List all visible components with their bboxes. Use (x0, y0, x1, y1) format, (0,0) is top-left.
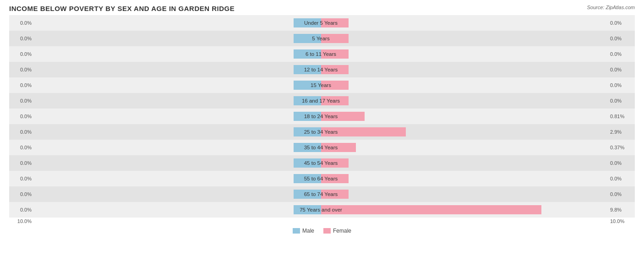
male-bar (294, 65, 321, 74)
legend-female-box (323, 228, 331, 234)
female-bar (321, 205, 541, 214)
axis-left-label: 10.0% (9, 218, 34, 224)
chart-body: 0.0% Under 5 Years 0.0% 0.0% 5 Years 0.0… (9, 15, 635, 218)
left-value: 0.0% (9, 20, 34, 26)
female-bar (321, 49, 349, 59)
center-area: 25 to 34 Years (34, 124, 607, 140)
right-value: 9.8% (607, 207, 635, 212)
male-bar (294, 127, 321, 136)
center-area: 6 to 11 Years (34, 46, 607, 62)
female-bar (321, 143, 356, 152)
chart-row: 0.0% 65 to 74 Years 0.0% (9, 186, 635, 202)
right-value: 0.0% (607, 51, 635, 57)
chart-title: INCOME BELOW POVERTY BY SEX AND AGE IN G… (9, 5, 635, 12)
female-bar (321, 174, 349, 183)
female-bar (321, 190, 349, 199)
right-value: 0.0% (607, 67, 635, 72)
left-value: 0.0% (9, 160, 34, 166)
male-bar (294, 174, 321, 183)
axis-center (34, 218, 607, 224)
left-value: 0.0% (9, 176, 34, 181)
left-value: 0.0% (9, 82, 34, 88)
right-value: 2.9% (607, 129, 635, 135)
chart-row: 0.0% 55 to 64 Years 0.0% (9, 171, 635, 186)
center-area: 45 to 54 Years (34, 155, 607, 171)
left-value: 0.0% (9, 51, 34, 57)
chart-row: 0.0% 5 Years 0.0% (9, 31, 635, 46)
left-value: 0.0% (9, 98, 34, 103)
legend-male-label: Male (302, 228, 314, 234)
male-bar (294, 49, 321, 59)
chart-row: 0.0% Under 5 Years 0.0% (9, 15, 635, 31)
chart-row: 0.0% 18 to 24 Years 0.81% (9, 109, 635, 124)
center-area: 15 Years (34, 77, 607, 93)
legend-male-box (293, 228, 300, 234)
male-bar (294, 112, 321, 121)
chart-row: 0.0% 75 Years and over 9.8% (9, 202, 635, 218)
male-bar (294, 18, 321, 27)
center-area: 12 to 14 Years (34, 62, 607, 77)
female-bar (321, 34, 349, 43)
center-area: Under 5 Years (34, 15, 607, 31)
right-value: 0.0% (607, 82, 635, 88)
left-value: 0.0% (9, 36, 34, 41)
legend-male: Male (293, 228, 314, 234)
female-bar (321, 112, 365, 121)
chart-row: 0.0% 25 to 34 Years 2.9% (9, 124, 635, 140)
left-value: 0.0% (9, 145, 34, 150)
right-value: 0.81% (607, 114, 635, 119)
chart-row: 0.0% 12 to 14 Years 0.0% (9, 62, 635, 77)
male-bar (294, 143, 321, 152)
right-value: 0.0% (607, 160, 635, 166)
center-area: 55 to 64 Years (34, 171, 607, 186)
right-value: 0.0% (607, 36, 635, 41)
male-bar (294, 158, 321, 168)
center-area: 5 Years (34, 31, 607, 46)
female-bar (321, 96, 349, 105)
source-text: Source: ZipAtlas.com (587, 5, 635, 10)
legend: Male Female (9, 228, 635, 234)
chart-row: 0.0% 15 Years 0.0% (9, 77, 635, 93)
center-area: 18 to 24 Years (34, 109, 607, 124)
center-area: 65 to 74 Years (34, 186, 607, 202)
left-value: 0.0% (9, 67, 34, 72)
female-bar (321, 158, 349, 168)
male-bar (294, 34, 321, 43)
left-value: 0.0% (9, 114, 34, 119)
chart-row: 0.0% 16 and 17 Years 0.0% (9, 93, 635, 109)
left-value: 0.0% (9, 207, 34, 212)
center-area: 75 Years and over (34, 202, 607, 218)
left-value: 0.0% (9, 129, 34, 135)
male-bar (294, 205, 321, 214)
legend-female: Female (323, 228, 351, 234)
male-bar (294, 96, 321, 105)
center-area: 35 to 44 Years (34, 140, 607, 155)
male-bar (294, 190, 321, 199)
center-area: 16 and 17 Years (34, 93, 607, 109)
right-value: 0.0% (607, 98, 635, 103)
right-value: 0.0% (607, 191, 635, 197)
female-bar (321, 65, 349, 74)
chart-row: 0.0% 35 to 44 Years 0.37% (9, 140, 635, 155)
chart-row: 0.0% 6 to 11 Years 0.0% (9, 46, 635, 62)
right-value: 0.37% (607, 145, 635, 150)
female-bar (321, 81, 349, 90)
left-value: 0.0% (9, 191, 34, 197)
right-value: 0.0% (607, 20, 635, 26)
right-value: 0.0% (607, 176, 635, 181)
legend-female-label: Female (333, 228, 351, 234)
chart-container: INCOME BELOW POVERTY BY SEX AND AGE IN G… (0, 0, 644, 256)
chart-row: 0.0% 45 to 54 Years 0.0% (9, 155, 635, 171)
axis-right-label: 10.0% (607, 218, 635, 224)
female-bar (321, 127, 406, 136)
bottom-axis: 10.0% 10.0% (9, 218, 635, 224)
female-bar (321, 18, 349, 27)
male-bar (294, 81, 321, 90)
